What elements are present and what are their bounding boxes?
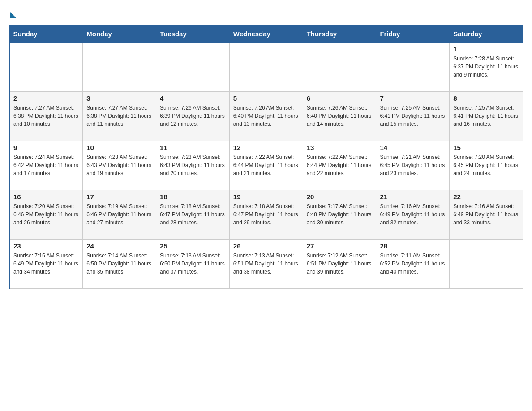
day-info: Sunrise: 7:28 AM Sunset: 6:37 PM Dayligh… (453, 55, 519, 79)
day-info: Sunrise: 7:20 AM Sunset: 6:45 PM Dayligh… (453, 153, 519, 177)
day-info: Sunrise: 7:20 AM Sunset: 6:46 PM Dayligh… (13, 202, 79, 227)
day-info: Sunrise: 7:16 AM Sunset: 6:49 PM Dayligh… (380, 202, 446, 227)
day-info: Sunrise: 7:24 AM Sunset: 6:42 PM Dayligh… (13, 153, 79, 177)
day-number: 15 (453, 144, 519, 151)
day-info: Sunrise: 7:26 AM Sunset: 6:40 PM Dayligh… (233, 104, 299, 128)
day-info: Sunrise: 7:23 AM Sunset: 6:43 PM Dayligh… (86, 153, 152, 177)
day-number: 14 (380, 144, 446, 151)
calendar-week-row: 9Sunrise: 7:24 AM Sunset: 6:42 PM Daylig… (9, 141, 523, 190)
day-info: Sunrise: 7:27 AM Sunset: 6:38 PM Dayligh… (86, 104, 152, 128)
day-info: Sunrise: 7:15 AM Sunset: 6:49 PM Dayligh… (13, 252, 79, 276)
day-info: Sunrise: 7:22 AM Sunset: 6:44 PM Dayligh… (307, 153, 373, 177)
page-header (9, 9, 523, 16)
day-number: 6 (307, 94, 373, 102)
calendar-day-cell: 14Sunrise: 7:21 AM Sunset: 6:45 PM Dayli… (376, 141, 450, 190)
day-info: Sunrise: 7:23 AM Sunset: 6:43 PM Dayligh… (160, 153, 226, 177)
day-info: Sunrise: 7:26 AM Sunset: 6:40 PM Dayligh… (307, 104, 373, 128)
calendar-day-cell: 6Sunrise: 7:26 AM Sunset: 6:40 PM Daylig… (303, 92, 376, 141)
calendar-day-cell: 28Sunrise: 7:11 AM Sunset: 6:52 PM Dayli… (376, 240, 450, 289)
day-number: 9 (13, 144, 79, 151)
day-of-week-header: Thursday (303, 26, 376, 43)
day-number: 5 (233, 94, 299, 102)
calendar-day-cell: 9Sunrise: 7:24 AM Sunset: 6:42 PM Daylig… (9, 141, 83, 190)
calendar-day-cell: 21Sunrise: 7:16 AM Sunset: 6:49 PM Dayli… (376, 190, 450, 240)
calendar-day-cell: 10Sunrise: 7:23 AM Sunset: 6:43 PM Dayli… (83, 141, 156, 190)
day-info: Sunrise: 7:16 AM Sunset: 6:49 PM Dayligh… (453, 202, 519, 227)
calendar-day-cell (156, 43, 230, 92)
calendar-day-cell: 27Sunrise: 7:12 AM Sunset: 6:51 PM Dayli… (303, 240, 376, 289)
day-of-week-header: Tuesday (156, 26, 230, 43)
calendar-day-cell: 2Sunrise: 7:27 AM Sunset: 6:38 PM Daylig… (9, 92, 83, 141)
logo-arrow-icon (10, 12, 16, 18)
calendar-table: SundayMondayTuesdayWednesdayThursdayFrid… (9, 25, 523, 289)
day-number: 24 (86, 242, 152, 250)
day-number: 2 (13, 94, 79, 102)
calendar-day-cell: 20Sunrise: 7:17 AM Sunset: 6:48 PM Dayli… (303, 190, 376, 240)
day-of-week-header: Wednesday (229, 26, 303, 43)
day-number: 23 (13, 242, 79, 250)
day-of-week-header: Saturday (450, 26, 523, 43)
day-number: 1 (453, 45, 519, 53)
day-number: 7 (380, 94, 446, 102)
day-number: 21 (380, 193, 446, 201)
day-info: Sunrise: 7:22 AM Sunset: 6:44 PM Dayligh… (233, 153, 299, 177)
day-of-week-header: Monday (83, 26, 156, 43)
day-number: 19 (233, 193, 299, 201)
day-info: Sunrise: 7:19 AM Sunset: 6:46 PM Dayligh… (86, 202, 152, 227)
day-of-week-header: Sunday (9, 26, 83, 43)
calendar-day-cell: 15Sunrise: 7:20 AM Sunset: 6:45 PM Dayli… (450, 141, 523, 190)
day-number: 27 (307, 242, 373, 250)
day-info: Sunrise: 7:18 AM Sunset: 6:47 PM Dayligh… (160, 202, 226, 227)
day-number: 16 (13, 193, 79, 201)
day-number: 26 (233, 242, 299, 250)
day-number: 18 (160, 193, 226, 201)
day-info: Sunrise: 7:25 AM Sunset: 6:41 PM Dayligh… (380, 104, 446, 128)
day-number: 17 (86, 193, 152, 201)
day-info: Sunrise: 7:11 AM Sunset: 6:52 PM Dayligh… (380, 252, 446, 276)
day-number: 10 (86, 144, 152, 151)
calendar-day-cell: 13Sunrise: 7:22 AM Sunset: 6:44 PM Dayli… (303, 141, 376, 190)
day-number: 4 (160, 94, 226, 102)
day-info: Sunrise: 7:17 AM Sunset: 6:48 PM Dayligh… (307, 202, 373, 227)
day-info: Sunrise: 7:27 AM Sunset: 6:38 PM Dayligh… (13, 104, 79, 128)
day-number: 13 (307, 144, 373, 151)
calendar-week-row: 16Sunrise: 7:20 AM Sunset: 6:46 PM Dayli… (9, 190, 523, 240)
day-number: 3 (86, 94, 152, 102)
calendar-day-cell: 3Sunrise: 7:27 AM Sunset: 6:38 PM Daylig… (83, 92, 156, 141)
day-number: 8 (453, 94, 519, 102)
calendar-day-cell: 25Sunrise: 7:13 AM Sunset: 6:50 PM Dayli… (156, 240, 230, 289)
calendar-day-cell: 16Sunrise: 7:20 AM Sunset: 6:46 PM Dayli… (9, 190, 83, 240)
calendar-day-cell: 24Sunrise: 7:14 AM Sunset: 6:50 PM Dayli… (83, 240, 156, 289)
calendar-day-cell: 17Sunrise: 7:19 AM Sunset: 6:46 PM Dayli… (83, 190, 156, 240)
calendar-day-cell: 19Sunrise: 7:18 AM Sunset: 6:47 PM Dayli… (229, 190, 303, 240)
day-number: 20 (307, 193, 373, 201)
calendar-day-cell (450, 240, 523, 289)
calendar-day-cell: 8Sunrise: 7:25 AM Sunset: 6:41 PM Daylig… (450, 92, 523, 141)
calendar-header-row: SundayMondayTuesdayWednesdayThursdayFrid… (9, 26, 523, 43)
day-info: Sunrise: 7:21 AM Sunset: 6:45 PM Dayligh… (380, 153, 446, 177)
day-info: Sunrise: 7:26 AM Sunset: 6:39 PM Dayligh… (160, 104, 226, 128)
calendar-day-cell: 22Sunrise: 7:16 AM Sunset: 6:49 PM Dayli… (450, 190, 523, 240)
calendar-day-cell: 7Sunrise: 7:25 AM Sunset: 6:41 PM Daylig… (376, 92, 450, 141)
calendar-day-cell: 23Sunrise: 7:15 AM Sunset: 6:49 PM Dayli… (9, 240, 83, 289)
day-number: 28 (380, 242, 446, 250)
calendar-day-cell: 1Sunrise: 7:28 AM Sunset: 6:37 PM Daylig… (450, 43, 523, 92)
day-number: 25 (160, 242, 226, 250)
calendar-day-cell: 12Sunrise: 7:22 AM Sunset: 6:44 PM Dayli… (229, 141, 303, 190)
day-info: Sunrise: 7:18 AM Sunset: 6:47 PM Dayligh… (233, 202, 299, 227)
logo (9, 9, 16, 16)
calendar-day-cell (303, 43, 376, 92)
day-number: 22 (453, 193, 519, 201)
calendar-day-cell: 11Sunrise: 7:23 AM Sunset: 6:43 PM Dayli… (156, 141, 230, 190)
calendar-week-row: 2Sunrise: 7:27 AM Sunset: 6:38 PM Daylig… (9, 92, 523, 141)
day-info: Sunrise: 7:14 AM Sunset: 6:50 PM Dayligh… (86, 252, 152, 276)
calendar-day-cell (83, 43, 156, 92)
calendar-day-cell: 5Sunrise: 7:26 AM Sunset: 6:40 PM Daylig… (229, 92, 303, 141)
calendar-week-row: 23Sunrise: 7:15 AM Sunset: 6:49 PM Dayli… (9, 240, 523, 289)
day-info: Sunrise: 7:12 AM Sunset: 6:51 PM Dayligh… (307, 252, 373, 276)
day-info: Sunrise: 7:13 AM Sunset: 6:50 PM Dayligh… (160, 252, 226, 276)
calendar-day-cell (229, 43, 303, 92)
day-number: 11 (160, 144, 226, 151)
day-of-week-header: Friday (376, 26, 450, 43)
calendar-day-cell: 18Sunrise: 7:18 AM Sunset: 6:47 PM Dayli… (156, 190, 230, 240)
